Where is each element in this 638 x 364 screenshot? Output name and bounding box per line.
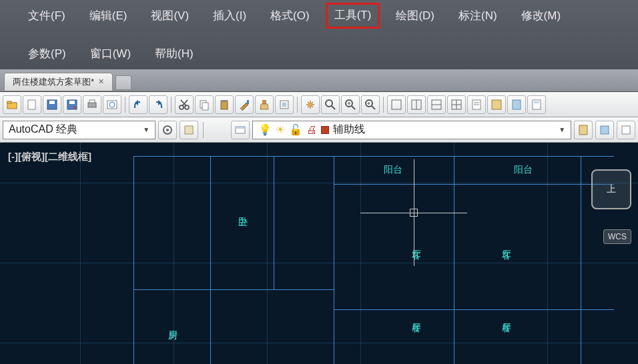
cut-button[interactable] [175,95,194,114]
color-swatch [321,126,329,134]
svg-rect-4 [49,101,55,104]
chevron-down-icon: ▼ [143,126,149,133]
svg-point-21 [309,103,312,106]
viewport2-button[interactable] [407,95,426,114]
svg-rect-39 [534,101,539,103]
drawing-canvas[interactable]: [-][俯视][二维线框] 阳台 阳台 主卧 客厅 客厅 餐厅 餐厅 厨房 上 … [0,143,638,364]
crosshair-pickbox [410,209,418,217]
menu-format[interactable]: 格式(O) [268,7,312,25]
separator [203,122,204,138]
svg-rect-45 [579,125,587,135]
plot-icon: 🖨 [306,124,317,136]
menu-help[interactable]: 帮助(H) [152,45,196,63]
separator [383,97,384,113]
svg-point-41 [166,129,169,131]
menu-file[interactable]: 文件(F) [25,7,68,25]
svg-rect-20 [282,103,286,107]
workspace-layer-toolbar: AutoCAD 经典 ▼ 💡 ☀ 🔓 🖨 辅助线 ▼ [0,117,638,143]
svg-rect-44 [236,127,245,129]
clean-button[interactable] [255,95,274,114]
undo-button[interactable] [129,95,147,114]
svg-rect-2 [28,100,35,109]
lightbulb-icon: 💡 [258,123,272,136]
redo-button[interactable] [149,95,168,114]
standard-toolbar [0,92,638,117]
viewcube-face: 上 [607,183,616,195]
new-tab-button[interactable] [115,75,131,90]
close-icon[interactable]: ✕ [98,77,104,86]
zoom-previous-button[interactable] [361,95,380,114]
chevron-down-icon: ▼ [559,126,565,133]
svg-rect-18 [262,100,266,104]
layer-state-button[interactable] [574,121,593,139]
lock-icon: 🔓 [289,123,302,136]
svg-rect-1 [7,101,11,103]
print-button[interactable] [83,95,101,114]
svg-rect-36 [492,100,501,109]
properties-button[interactable] [467,95,486,114]
svg-rect-17 [247,100,249,104]
sun-icon: ☀ [276,123,285,136]
tool-palette-button[interactable] [507,95,526,114]
tab-label: 两住楼建筑方案草图* [13,76,94,88]
main-menubar: 文件(F) 编辑(E) 视图(V) 插入(I) 格式(O) 工具(T) 绘图(D… [0,0,638,69]
pan-button[interactable] [301,95,320,114]
copy-button[interactable] [195,95,214,114]
new-button[interactable] [23,95,41,114]
svg-point-11 [180,105,184,109]
svg-rect-16 [222,100,226,102]
workspace-label: AutoCAD 经典 [9,123,77,137]
svg-point-22 [326,100,332,107]
document-tab-active[interactable]: 两住楼建筑方案草图* ✕ [4,73,113,91]
layer-iso-button[interactable] [595,121,614,139]
paste-button[interactable] [215,95,234,114]
save-button[interactable] [43,95,61,114]
viewport1-button[interactable] [387,95,406,114]
layer-combo[interactable]: 💡 ☀ 🔓 🖨 辅助线 ▼ [252,121,571,139]
menu-tools[interactable]: 工具(T) [326,3,380,29]
menu-view[interactable]: 视图(V) [148,7,192,25]
plot-preview-button[interactable] [103,95,121,114]
match-props-button[interactable] [235,95,254,114]
workspace-save-button[interactable] [180,121,198,139]
zoom-realtime-button[interactable] [321,95,340,114]
svg-rect-46 [601,126,609,134]
view-control-label[interactable]: [-][俯视][二维线框] [8,151,91,163]
svg-rect-14 [202,103,208,110]
svg-rect-37 [513,100,521,109]
menu-modify[interactable]: 修改(M) [519,7,563,25]
menu-window[interactable]: 窗口(W) [87,45,133,63]
svg-rect-25 [392,100,401,109]
separator [125,97,125,113]
menu-insert[interactable]: 插入(I) [210,7,249,25]
svg-rect-7 [88,103,96,107]
zoom-window-button[interactable] [341,95,360,114]
viewport4-button[interactable] [447,95,466,114]
svg-rect-47 [622,126,630,134]
workspace-settings-button[interactable] [158,121,177,139]
svg-rect-6 [69,101,75,104]
block-button[interactable] [275,95,294,114]
layer-props-button[interactable] [231,121,250,139]
design-center-button[interactable] [487,95,506,114]
room-label-balcony1: 阳台 [384,164,402,176]
viewcube[interactable]: 上 [591,169,631,209]
menu-edit[interactable]: 编辑(E) [87,7,130,25]
document-tab-bar: 两住楼建筑方案草图* ✕ [0,69,638,92]
layer-name: 辅助线 [333,123,365,137]
open-button[interactable] [3,95,21,114]
wcs-indicator[interactable]: WCS [603,229,631,244]
sheet-set-button[interactable] [527,95,546,114]
svg-point-12 [185,105,189,109]
viewport3-button[interactable] [427,95,446,114]
menu-draw[interactable]: 绘图(D) [393,7,437,25]
saveas-button[interactable] [63,95,81,114]
room-label-balcony2: 阳台 [514,164,533,176]
menu-parametric[interactable]: 参数(P) [25,45,69,63]
svg-rect-42 [185,126,193,134]
svg-rect-8 [89,100,95,103]
menu-annotate[interactable]: 标注(N) [456,7,500,25]
layer-prev-button[interactable] [617,121,635,139]
workspace-combo[interactable]: AutoCAD 经典 ▼ [3,121,155,139]
separator [171,97,172,113]
